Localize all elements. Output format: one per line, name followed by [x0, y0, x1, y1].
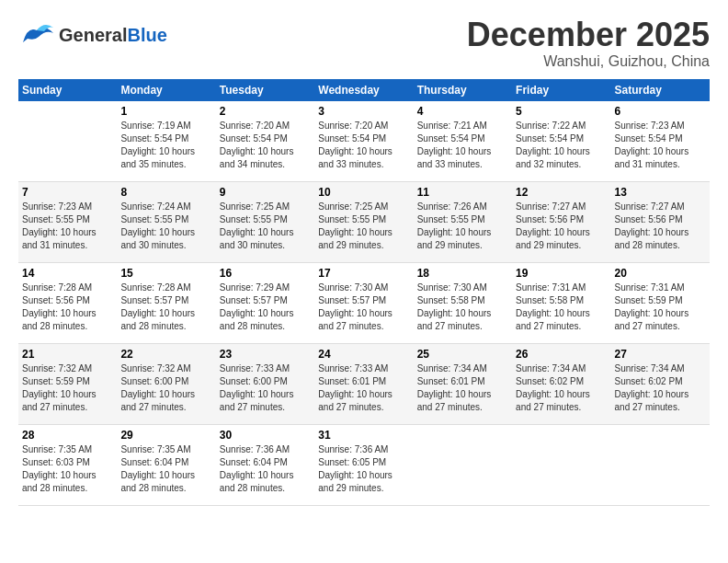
calendar-table: SundayMondayTuesdayWednesdayThursdayFrid… — [18, 79, 710, 507]
day-info: Sunrise: 7:21 AMSunset: 5:54 PMDaylight:… — [417, 120, 508, 171]
day-number: 13 — [615, 186, 706, 199]
page-container: GeneralBlue December 2025 Wanshui, Guizh… — [0, 0, 728, 515]
day-info: Sunrise: 7:34 AMSunset: 6:02 PMDaylight:… — [615, 362, 706, 414]
calendar-cell: 23Sunrise: 7:33 AMSunset: 6:00 PMDayligh… — [216, 344, 314, 425]
day-number: 27 — [615, 348, 706, 361]
calendar-cell: 4Sunrise: 7:21 AMSunset: 5:54 PMDaylight… — [414, 101, 512, 182]
day-number: 31 — [318, 429, 409, 442]
weekday-header: Tuesday — [216, 79, 314, 101]
day-info: Sunrise: 7:30 AMSunset: 5:58 PMDaylight:… — [417, 282, 508, 333]
day-info: Sunrise: 7:32 AMSunset: 5:59 PMDaylight:… — [22, 362, 113, 414]
day-info: Sunrise: 7:34 AMSunset: 6:01 PMDaylight:… — [417, 362, 508, 414]
day-info: Sunrise: 7:22 AMSunset: 5:54 PMDaylight:… — [516, 120, 607, 171]
day-number: 15 — [120, 267, 211, 280]
day-info: Sunrise: 7:28 AMSunset: 5:56 PMDaylight:… — [22, 282, 113, 333]
day-number: 1 — [120, 105, 211, 118]
calendar-cell: 22Sunrise: 7:32 AMSunset: 6:00 PMDayligh… — [117, 344, 215, 425]
calendar-cell: 14Sunrise: 7:28 AMSunset: 5:56 PMDayligh… — [18, 263, 117, 344]
weekday-header: Sunday — [18, 79, 117, 101]
day-info: Sunrise: 7:29 AMSunset: 5:57 PMDaylight:… — [220, 282, 311, 333]
calendar-cell — [611, 425, 710, 506]
calendar-cell: 17Sunrise: 7:30 AMSunset: 5:57 PMDayligh… — [314, 263, 413, 344]
day-info: Sunrise: 7:35 AMSunset: 6:03 PMDaylight:… — [22, 443, 113, 495]
day-number: 7 — [22, 186, 113, 199]
day-number: 12 — [516, 186, 607, 199]
day-info: Sunrise: 7:28 AMSunset: 5:57 PMDaylight:… — [120, 282, 211, 333]
day-number: 10 — [318, 186, 409, 199]
day-info: Sunrise: 7:24 AMSunset: 5:55 PMDaylight:… — [120, 201, 211, 252]
day-number: 21 — [22, 348, 113, 361]
calendar-cell: 16Sunrise: 7:29 AMSunset: 5:57 PMDayligh… — [216, 263, 314, 344]
calendar-cell: 30Sunrise: 7:36 AMSunset: 6:04 PMDayligh… — [216, 425, 314, 506]
calendar-cell: 1Sunrise: 7:19 AMSunset: 5:54 PMDaylight… — [117, 101, 215, 182]
logo-general: General — [59, 25, 127, 45]
day-number: 6 — [615, 105, 706, 118]
day-number: 25 — [417, 348, 508, 361]
day-info: Sunrise: 7:25 AMSunset: 5:55 PMDaylight:… — [318, 201, 409, 252]
weekday-header: Saturday — [611, 79, 710, 101]
day-number: 17 — [318, 267, 409, 280]
day-number: 23 — [220, 348, 311, 361]
day-info: Sunrise: 7:35 AMSunset: 6:04 PMDaylight:… — [120, 443, 211, 495]
weekday-header: Wednesday — [314, 79, 413, 101]
day-number: 3 — [318, 105, 409, 118]
logo-bird-icon — [18, 17, 55, 53]
weekday-header: Friday — [512, 79, 610, 101]
day-info: Sunrise: 7:19 AMSunset: 5:54 PMDaylight:… — [120, 120, 211, 171]
calendar-cell — [512, 425, 610, 506]
location-subtitle: Wanshui, Guizhou, China — [467, 53, 710, 70]
weekday-header: Monday — [117, 79, 215, 101]
month-title: December 2025 — [467, 17, 710, 53]
calendar-cell: 12Sunrise: 7:27 AMSunset: 5:56 PMDayligh… — [512, 182, 610, 263]
day-number: 11 — [417, 186, 508, 199]
calendar-cell: 27Sunrise: 7:34 AMSunset: 6:02 PMDayligh… — [611, 344, 710, 425]
calendar-cell: 10Sunrise: 7:25 AMSunset: 5:55 PMDayligh… — [314, 182, 413, 263]
day-number: 28 — [22, 429, 113, 442]
calendar-cell: 13Sunrise: 7:27 AMSunset: 5:56 PMDayligh… — [611, 182, 710, 263]
logo: GeneralBlue — [18, 17, 167, 53]
calendar-cell: 29Sunrise: 7:35 AMSunset: 6:04 PMDayligh… — [117, 425, 215, 506]
day-number: 30 — [220, 429, 311, 442]
day-number: 24 — [318, 348, 409, 361]
day-info: Sunrise: 7:27 AMSunset: 5:56 PMDaylight:… — [615, 201, 706, 252]
calendar-cell: 18Sunrise: 7:30 AMSunset: 5:58 PMDayligh… — [414, 263, 512, 344]
day-info: Sunrise: 7:20 AMSunset: 5:54 PMDaylight:… — [318, 120, 409, 171]
calendar-cell: 24Sunrise: 7:33 AMSunset: 6:01 PMDayligh… — [314, 344, 413, 425]
day-info: Sunrise: 7:27 AMSunset: 5:56 PMDaylight:… — [516, 201, 607, 252]
day-info: Sunrise: 7:32 AMSunset: 6:00 PMDaylight:… — [120, 362, 211, 414]
day-info: Sunrise: 7:31 AMSunset: 5:59 PMDaylight:… — [615, 282, 706, 333]
weekday-header: Thursday — [414, 79, 512, 101]
header-row: SundayMondayTuesdayWednesdayThursdayFrid… — [18, 79, 710, 101]
day-number: 2 — [220, 105, 311, 118]
calendar-cell: 31Sunrise: 7:36 AMSunset: 6:05 PMDayligh… — [314, 425, 413, 506]
calendar-cell — [18, 101, 117, 182]
day-number: 14 — [22, 267, 113, 280]
calendar-week-row: 14Sunrise: 7:28 AMSunset: 5:56 PMDayligh… — [18, 263, 710, 344]
day-number: 16 — [220, 267, 311, 280]
day-number: 22 — [120, 348, 211, 361]
calendar-cell: 5Sunrise: 7:22 AMSunset: 5:54 PMDaylight… — [512, 101, 610, 182]
calendar-cell: 28Sunrise: 7:35 AMSunset: 6:03 PMDayligh… — [18, 425, 117, 506]
calendar-cell: 20Sunrise: 7:31 AMSunset: 5:59 PMDayligh… — [611, 263, 710, 344]
calendar-week-row: 28Sunrise: 7:35 AMSunset: 6:03 PMDayligh… — [18, 425, 710, 506]
day-info: Sunrise: 7:20 AMSunset: 5:54 PMDaylight:… — [220, 120, 311, 171]
calendar-cell: 19Sunrise: 7:31 AMSunset: 5:58 PMDayligh… — [512, 263, 610, 344]
day-info: Sunrise: 7:33 AMSunset: 6:01 PMDaylight:… — [318, 362, 409, 414]
day-number: 4 — [417, 105, 508, 118]
page-header: GeneralBlue December 2025 Wanshui, Guizh… — [18, 17, 710, 70]
day-number: 29 — [120, 429, 211, 442]
calendar-cell: 6Sunrise: 7:23 AMSunset: 5:54 PMDaylight… — [611, 101, 710, 182]
calendar-cell: 3Sunrise: 7:20 AMSunset: 5:54 PMDaylight… — [314, 101, 413, 182]
day-info: Sunrise: 7:23 AMSunset: 5:54 PMDaylight:… — [615, 120, 706, 171]
day-number: 18 — [417, 267, 508, 280]
calendar-week-row: 7Sunrise: 7:23 AMSunset: 5:55 PMDaylight… — [18, 182, 710, 263]
calendar-cell — [414, 425, 512, 506]
day-info: Sunrise: 7:31 AMSunset: 5:58 PMDaylight:… — [516, 282, 607, 333]
logo-blue: Blue — [127, 25, 166, 45]
day-info: Sunrise: 7:26 AMSunset: 5:55 PMDaylight:… — [417, 201, 508, 252]
calendar-cell: 11Sunrise: 7:26 AMSunset: 5:55 PMDayligh… — [414, 182, 512, 263]
logo-text-block: GeneralBlue — [59, 25, 167, 45]
calendar-cell: 7Sunrise: 7:23 AMSunset: 5:55 PMDaylight… — [18, 182, 117, 263]
day-number: 8 — [120, 186, 211, 199]
calendar-cell: 9Sunrise: 7:25 AMSunset: 5:55 PMDaylight… — [216, 182, 314, 263]
